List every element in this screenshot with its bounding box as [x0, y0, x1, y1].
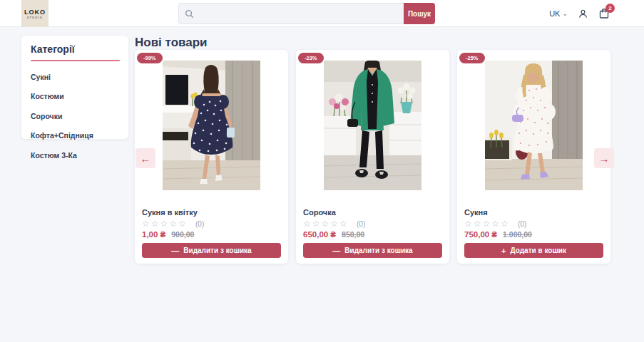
remove-from-cart-button[interactable]: — Видалити з кошика — [303, 243, 442, 258]
price-row: 1,00 ₴ 900,00 — [142, 230, 194, 239]
header-actions: UK ⌄ 2 — [549, 0, 610, 27]
current-price: 650,00 ₴ — [303, 230, 336, 239]
star-icon: ☆ — [312, 219, 322, 229]
rating-count: (0) — [195, 220, 204, 228]
star-icon: ☆ — [483, 219, 492, 229]
arrow-right-icon: → — [599, 152, 610, 165]
star-icon: ☆ — [474, 219, 483, 229]
star-icon: ☆ — [339, 219, 349, 229]
page-title: Нові товари — [135, 36, 208, 50]
sidebar-item-top-skirt[interactable]: Кофта+Спідниця — [31, 131, 119, 140]
arrow-left-icon: ← — [140, 152, 151, 165]
product-photo[interactable] — [163, 61, 260, 190]
sidebar-item-shirts[interactable]: Сорочки — [31, 112, 119, 120]
product-name[interactable]: Сукня в квітку — [142, 208, 198, 217]
sidebar-item-dresses[interactable]: Сукні — [31, 73, 119, 81]
carousel-next-button[interactable]: → — [594, 148, 614, 168]
star-icon: ☆ — [178, 219, 188, 229]
current-price: 1,00 ₴ — [142, 230, 165, 239]
star-icon: ☆ — [330, 219, 339, 229]
old-price: 850,00 — [342, 230, 364, 239]
search-input[interactable] — [198, 9, 398, 18]
carousel-prev-button[interactable]: ← — [136, 148, 155, 168]
search-button[interactable]: Пошук — [404, 3, 435, 24]
rating-count: (0) — [518, 220, 526, 228]
star-icon: ☆ — [501, 219, 510, 229]
product-name[interactable]: Сукня — [464, 208, 488, 217]
cart-count-badge: 2 — [605, 4, 615, 13]
sidebar-underline — [31, 60, 120, 61]
account-button[interactable] — [578, 9, 588, 19]
logo[interactable]: LOKO STUDIO — [21, 0, 48, 27]
price-row: 750,00 ₴ 1.000,00 — [464, 230, 532, 239]
product-name[interactable]: Сорочка — [303, 208, 336, 217]
product-image-polka-dot-dress — [163, 61, 260, 190]
star-icon: ☆ — [142, 219, 151, 229]
logo-subtext: STUDIO — [27, 16, 43, 19]
sidebar-item-suit-3[interactable]: Костюм 3-Ка — [31, 151, 119, 160]
search-icon — [185, 9, 194, 19]
logo-text: LOKO — [24, 9, 46, 16]
plus-icon: + — [501, 247, 506, 255]
rating-count: (0) — [357, 220, 365, 228]
language-label: UK — [549, 9, 560, 18]
minus-icon: — — [171, 247, 179, 255]
search-box[interactable] — [178, 3, 404, 24]
discount-badge: -25% — [459, 53, 485, 63]
language-selector[interactable]: UK ⌄ — [549, 9, 568, 18]
search-bar: Пошук — [178, 3, 435, 24]
chevron-down-icon: ⌄ — [562, 10, 568, 17]
cart-button-label: Видалити з кошика — [344, 247, 412, 254]
star-icon: ☆ — [464, 219, 474, 229]
cart-button-label: Додати в кошик — [511, 247, 566, 254]
product-image-green-shirt — [324, 61, 421, 190]
current-price: 750,00 ₴ — [464, 230, 497, 239]
product-card: -23% — [296, 50, 449, 264]
discount-badge: -23% — [298, 53, 324, 63]
star-icon: ☆ — [169, 219, 178, 229]
price-row: 650,00 ₴ 850,00 — [303, 230, 364, 239]
remove-from-cart-button[interactable]: — Видалити з кошика — [142, 243, 281, 258]
categories-sidebar: Категорії Сукні Костюми Сорочки Кофта+Сп… — [21, 36, 128, 139]
product-image-white-floral-dress — [485, 61, 583, 190]
star-icon: ☆ — [322, 219, 331, 229]
add-to-cart-button[interactable]: + Додати в кошик — [464, 243, 603, 258]
old-price: 900,00 — [171, 230, 194, 239]
product-photo[interactable] — [485, 61, 583, 190]
discount-badge: -99% — [137, 53, 163, 63]
sidebar-title: Категорії — [31, 43, 119, 55]
product-card: -25% — [457, 50, 610, 264]
cart-button[interactable]: 2 — [598, 8, 610, 19]
sidebar-item-suits[interactable]: Костюми — [31, 92, 119, 100]
star-icon: ☆ — [491, 219, 501, 229]
star-icon: ☆ — [303, 219, 312, 229]
product-photo[interactable] — [324, 61, 421, 190]
header: LOKO STUDIO Пошук UK ⌄ 2 — [0, 0, 644, 27]
star-icon: ☆ — [151, 219, 160, 229]
cart-button-label: Видалити з кошика — [183, 247, 251, 254]
rating-stars[interactable]: ☆☆☆☆☆ — [142, 219, 188, 229]
star-icon: ☆ — [160, 219, 170, 229]
rating-stars[interactable]: ☆☆☆☆☆ — [464, 219, 510, 229]
old-price: 1.000,00 — [503, 230, 532, 239]
user-icon — [578, 9, 588, 19]
product-card: -99% — [135, 50, 288, 264]
rating-stars[interactable]: ☆☆☆☆☆ — [303, 219, 349, 229]
minus-icon: — — [332, 247, 340, 255]
